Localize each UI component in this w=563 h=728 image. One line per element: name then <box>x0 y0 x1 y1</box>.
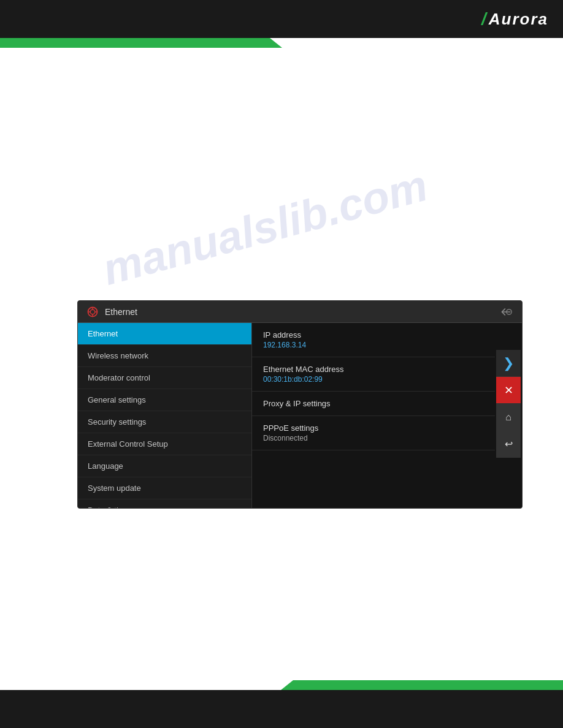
panel-body: Ethernet Wireless network Moderator cont… <box>78 323 522 508</box>
back-arrow-icon: ↩ <box>505 438 513 450</box>
next-button[interactable]: ❯ <box>496 350 521 377</box>
panel-header: Ethernet <box>78 301 522 323</box>
aurora-logo: / Aurora <box>481 9 548 29</box>
sidebar-item-general[interactable]: General settings <box>78 389 251 411</box>
close-button[interactable]: ✕ <box>496 377 521 404</box>
chevron-right-icon: ❯ <box>503 355 514 371</box>
sidebar-item-datetime[interactable]: Date & time <box>78 499 251 509</box>
sidebar-item-language[interactable]: Language <box>78 455 251 477</box>
panel-header-title: Ethernet <box>105 307 137 317</box>
top-bar: / Aurora <box>0 0 563 38</box>
logo-text: Aurora <box>489 10 548 29</box>
action-buttons: ❯ ✕ ⌂ ↩ <box>495 323 522 508</box>
content-row-mac[interactable]: Ethernet MAC address 00:30:1b:db:02:99 <box>252 357 495 392</box>
watermark: manualslib.com <box>98 160 433 295</box>
ethernet-icon <box>86 306 99 318</box>
sidebar-item-external[interactable]: External Control Setup <box>78 433 251 455</box>
pppoe-settings-label: PPPoE settings <box>263 423 463 433</box>
sidebar-item-ethernet[interactable]: Ethernet <box>78 323 251 345</box>
home-icon: ⌂ <box>505 412 511 423</box>
top-accent-bar <box>0 38 282 48</box>
back-button[interactable]: ↩ <box>496 431 521 458</box>
mac-address-label: Ethernet MAC address <box>263 365 344 374</box>
mac-address-value: 00:30:1b:db:02:99 <box>263 375 344 384</box>
ip-address-label: IP address <box>263 330 484 339</box>
panel-sidebar: Ethernet Wireless network Moderator cont… <box>78 323 252 508</box>
svg-point-1 <box>90 309 95 314</box>
close-icon: ✕ <box>504 384 513 397</box>
proxy-settings-label: Proxy & IP settings <box>263 399 463 408</box>
content-row-proxy[interactable]: Proxy & IP settings <box>252 392 495 416</box>
panel-header-back-icon[interactable] <box>497 303 515 320</box>
content-rows-wrapper: IP address 192.168.3.14 Ethernet MAC add… <box>252 323 522 450</box>
sidebar-item-wireless[interactable]: Wireless network <box>78 345 251 367</box>
settings-panel: Ethernet Ethernet Wireless network Moder… <box>77 300 523 509</box>
bottom-bar <box>0 690 563 728</box>
content-row-pppoe[interactable]: PPPoE settings Disconnected <box>252 416 495 450</box>
ip-address-value: 192.168.3.14 <box>263 341 484 349</box>
content-row-ip: IP address 192.168.3.14 <box>252 323 495 357</box>
pppoe-settings-value: Disconnected <box>263 434 463 442</box>
sidebar-item-update[interactable]: System update <box>78 477 251 499</box>
home-button[interactable]: ⌂ <box>496 404 521 431</box>
bottom-accent-bar <box>281 680 563 690</box>
logo-slash: / <box>481 9 486 29</box>
sidebar-item-moderator[interactable]: Moderator control <box>78 367 251 389</box>
panel-content: IP address 192.168.3.14 Ethernet MAC add… <box>252 323 522 508</box>
sidebar-item-security[interactable]: Security settings <box>78 411 251 433</box>
mac-address-info: Ethernet MAC address 00:30:1b:db:02:99 <box>263 365 344 384</box>
